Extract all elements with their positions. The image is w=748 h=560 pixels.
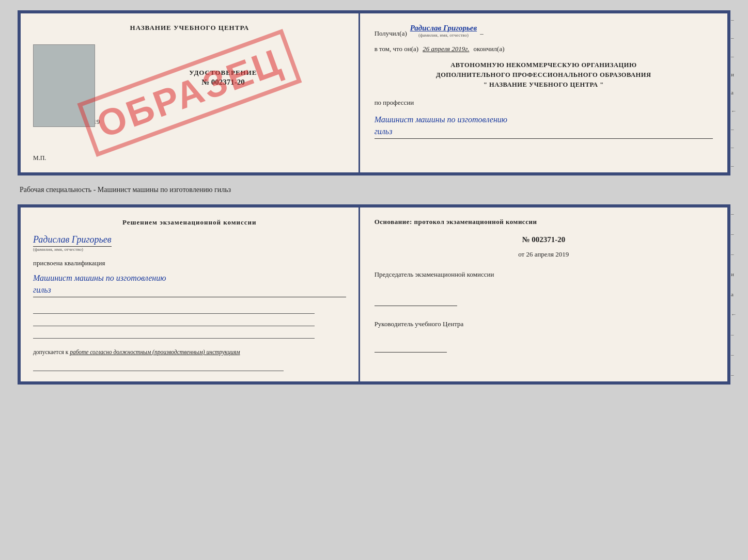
person-name-bottom: Радислав Григорьев	[33, 234, 112, 247]
dash-2: –	[731, 35, 737, 41]
rukovoditel-signature-line	[375, 343, 447, 353]
kvalif-value: Машинист машины по изготовлению гильз	[33, 273, 346, 297]
kvalif-line1: Машинист машины по изготовлению	[33, 274, 166, 282]
vtom-date: 26 апреля 2019г.	[423, 45, 469, 53]
dash-i: и	[731, 72, 737, 77]
vtom-prefix: в том, что он(а)	[375, 45, 419, 53]
bottom-right: Основание: протокол экзаменационной коми…	[360, 207, 727, 381]
org-text: АВТОНОМНУЮ НЕКОММЕРЧЕСКУЮ ОРГАНИЗАЦИЮ ДО…	[375, 60, 713, 89]
dash-1: –	[731, 17, 737, 23]
prisvoena-label: присвоена квалификация	[33, 259, 346, 267]
po-professii-label: по профессии	[375, 99, 713, 107]
chairman-label: Председатель экзаменационной комиссии	[375, 270, 713, 279]
poluchil-name: Радислав Григорьев	[410, 24, 477, 33]
dopusk-blank-line	[33, 362, 284, 371]
okoncil-label: окончил(а)	[474, 45, 505, 53]
dash-a: а	[731, 90, 737, 95]
bottom-left: Решением экзаменационной комиссии Радисл…	[21, 207, 360, 381]
b-dash-5: –	[731, 352, 737, 358]
photo-placeholder	[33, 44, 95, 127]
document-container: НАЗВАНИЕ УЧЕБНОГО ЦЕНТРА УДОСТОВЕРЕНИЕ №…	[18, 10, 730, 385]
dopuskaetsya-prefix: допускается к	[33, 349, 68, 355]
obrazec-stamp: ОБРАЗЕЦ	[77, 29, 302, 157]
dash-5: –	[731, 145, 737, 150]
ot-date: 26 апреля 2019	[526, 250, 569, 258]
dopuskaetsya-line: допускается к работе согласно должностны…	[33, 348, 346, 357]
professia-value: Машинист машины по изготовлению гильз	[375, 114, 713, 139]
blank-line-3	[33, 329, 315, 339]
resheniem-text: Решением экзаменационной комиссии	[33, 218, 346, 227]
cert-number-block: УДОСТОВЕРЕНИЕ № 002371-20	[100, 69, 346, 87]
side-dashes-bottom: – – – и а ← – – –	[731, 207, 737, 381]
dash-6: –	[731, 163, 737, 169]
osnovanie-text: Основание: протокол экзаменационной коми…	[375, 218, 713, 226]
chairman-signature-line	[375, 296, 457, 306]
dash-4: –	[731, 126, 737, 132]
fio-subtitle: (фамилия, имя, отчество)	[418, 33, 469, 38]
fio-sub-bottom: (фамилия, имя, отчество)	[33, 247, 83, 252]
ot-label: от	[518, 250, 524, 258]
school-name-top: НАЗВАНИЕ УЧЕБНОГО ЦЕНТРА	[33, 24, 346, 32]
specialnost-line: Рабочая специальность - Машинист машины …	[18, 186, 233, 194]
dash-3: –	[731, 54, 737, 59]
b-dash-3: –	[731, 251, 737, 257]
kvalif-line2: гильз	[33, 285, 51, 294]
dash-arrow: ←	[731, 108, 737, 114]
certificate-top: НАЗВАНИЕ УЧЕБНОГО ЦЕНТРА УДОСТОВЕРЕНИЕ №…	[18, 10, 730, 175]
person-block: Радислав Григорьев (фамилия, имя, отчест…	[33, 232, 346, 252]
dash-separator: –	[480, 29, 484, 38]
vtom-line: в том, что он(а) 26 апреля 2019г. окончи…	[375, 45, 713, 53]
professia-line2: гильз	[375, 127, 393, 136]
poluchil-label: Получил(а)	[375, 29, 407, 38]
certificate-bottom: Решением экзаменационной комиссии Радисл…	[18, 204, 730, 385]
protocol-number: № 002371-20	[375, 235, 713, 244]
b-dash-i: и	[731, 271, 737, 277]
cert-number: № 002371-20	[100, 78, 346, 87]
dopuskaetsya-italic: работе согласно должностным (производств…	[70, 349, 240, 355]
ot-date-line: от 26 апреля 2019	[375, 250, 713, 259]
poluchil-line: Получил(а) Радислав Григорьев (фамилия, …	[375, 24, 713, 38]
professia-line1: Машинист машины по изготовлению	[375, 115, 508, 124]
b-dash-6: –	[731, 372, 737, 378]
rukovoditel-label: Руководитель учебного Центра	[375, 319, 713, 329]
b-dash-4: –	[731, 332, 737, 338]
org-line1: АВТОНОМНУЮ НЕКОММЕРЧЕСКУЮ ОРГАНИЗАЦИЮ	[375, 60, 713, 70]
side-dashes-top: – – – и а ← – – –	[731, 13, 737, 172]
blank-line-2	[33, 317, 315, 326]
b-dash-arrow: ←	[731, 312, 737, 317]
mp-label: М.П.	[33, 154, 346, 162]
cert-right: Получил(а) Радислав Григорьев (фамилия, …	[360, 13, 727, 172]
udostoverenie-label: УДОСТОВЕРЕНИЕ	[100, 69, 346, 77]
org-line2: ДОПОЛНИТЕЛЬНОГО ПРОФЕССИОНАЛЬНОГО ОБРАЗО…	[375, 70, 713, 80]
b-dash-2: –	[731, 231, 737, 237]
b-dash-a: а	[731, 292, 737, 297]
bottom-blank-lines	[33, 305, 346, 339]
org-name: " НАЗВАНИЕ УЧЕБНОГО ЦЕНТРА "	[375, 80, 713, 90]
blank-line-1	[33, 305, 315, 314]
b-dash-1: –	[731, 211, 737, 217]
cert-left: НАЗВАНИЕ УЧЕБНОГО ЦЕНТРА УДОСТОВЕРЕНИЕ №…	[21, 13, 360, 172]
